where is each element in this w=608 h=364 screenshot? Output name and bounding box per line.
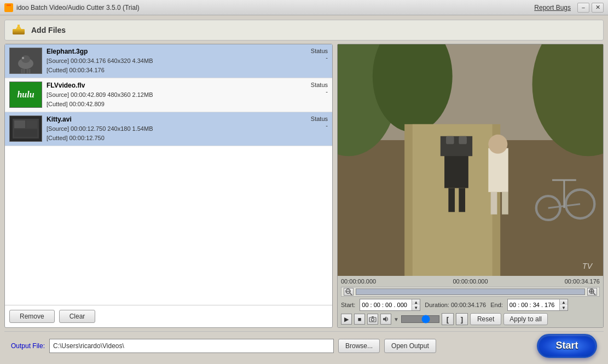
svg-rect-19 (14, 129, 37, 137)
file-meta-kitty: [Source] 00:00:12.750 240x180 1.54MB[Cut… (47, 124, 291, 142)
file-name-kitty: Kitty.avi (47, 115, 291, 123)
timeline-bar-inner (341, 288, 599, 296)
file-thumb-elephant (9, 48, 42, 74)
start-button[interactable]: Start (537, 334, 597, 358)
start-time-down[interactable]: ▼ (412, 305, 420, 310)
volume-slider[interactable] (401, 315, 439, 323)
svg-rect-4 (13, 29, 25, 34)
app-title: idoo Batch Video/Audio Cutter 3.5.0 (Tri… (16, 4, 140, 11)
file-status-elephant: Status - (295, 48, 328, 61)
end-time-field[interactable] (508, 301, 559, 309)
timeline-track[interactable] (356, 288, 585, 295)
remove-button[interactable]: Remove (9, 310, 55, 323)
video-display: TV (338, 44, 603, 276)
snapshot-button[interactable] (367, 314, 378, 325)
end-time-down[interactable]: ▼ (560, 305, 568, 310)
status-value: - (295, 122, 328, 129)
file-name-flvvideo: FLVvideo.flv (47, 82, 291, 89)
apply-to-all-button[interactable]: Apply to all (503, 313, 548, 325)
start-time-up[interactable]: ▲ (412, 299, 420, 305)
file-status-flvvideo: Status - (295, 82, 328, 95)
content-row: Elephant.3gp [Source] 00:00:34.176 640x3… (4, 44, 604, 328)
browse-button[interactable]: Browse... (338, 339, 380, 353)
svg-rect-6 (18, 25, 20, 29)
report-bugs-link[interactable]: Report Bugs (534, 4, 571, 11)
file-meta-flvvideo: [Source] 00:00:42.809 480x360 2.12MB[Cut… (47, 90, 291, 108)
start-label: Start: (341, 302, 355, 308)
svg-line-45 (350, 293, 352, 295)
status-label: Status (295, 115, 328, 122)
file-list-buttons: Remove Clear (5, 305, 332, 327)
open-output-button[interactable]: Open Output (384, 339, 436, 353)
file-status-kitty: Status - (295, 115, 328, 129)
file-item-flvvideo[interactable]: hulu FLVvideo.flv [Source] 00:00:42.809 … (5, 78, 332, 112)
add-files-bar[interactable]: Add Files (4, 20, 604, 41)
svg-point-52 (372, 319, 374, 321)
svg-point-10 (22, 57, 24, 59)
end-time-input[interactable]: ▲ ▼ (507, 299, 568, 311)
time-mid-label: 00:00:00.000 (453, 278, 488, 285)
mark-out-button[interactable]: ] (456, 313, 468, 325)
add-files-icon (11, 24, 26, 37)
title-bar-right: Report Bugs − ✕ (534, 3, 604, 13)
file-item-elephant[interactable]: Elephant.3gp [Source] 00:00:34.176 640x3… (5, 44, 332, 78)
svg-rect-43 (338, 44, 603, 276)
playback-controls: ▶ ■ ▼ (341, 313, 600, 325)
status-label: Status (295, 82, 328, 88)
close-button[interactable]: ✕ (592, 3, 604, 13)
end-time-up[interactable]: ▲ (560, 299, 568, 305)
start-time-input[interactable]: ▲ ▼ (360, 299, 420, 311)
file-item-kitty[interactable]: Kitty.avi [Source] 00:00:12.750 240x180 … (5, 112, 332, 146)
file-thumb-kitty (9, 115, 42, 142)
title-bar: idoo Batch Video/Audio Cutter 3.5.0 (Tri… (0, 0, 608, 15)
file-info-flvvideo: FLVvideo.flv [Source] 00:00:42.809 480x3… (47, 82, 291, 108)
minimize-button[interactable]: − (577, 3, 589, 13)
file-name-elephant: Elephant.3gp (47, 48, 291, 55)
file-list: Elephant.3gp [Source] 00:00:34.176 640x3… (5, 44, 332, 305)
mark-in-button[interactable]: [ (442, 313, 454, 325)
timeline-bar (341, 287, 600, 297)
file-thumb-flvvideo: hulu (9, 82, 42, 108)
file-info-elephant: Elephant.3gp [Source] 00:00:34.176 640x3… (47, 48, 291, 74)
time-end-label: 00:00:34.176 (565, 278, 600, 285)
svg-point-9 (21, 55, 30, 63)
add-files-label: Add Files (31, 26, 66, 34)
svg-marker-54 (383, 316, 386, 322)
status-value: - (295, 54, 328, 61)
clear-button[interactable]: Clear (59, 310, 96, 323)
time-start-label: 00:00:00.000 (341, 278, 376, 285)
svg-line-48 (593, 293, 595, 295)
stop-button[interactable]: ■ (354, 314, 365, 325)
svg-rect-2 (7, 4, 11, 6)
svg-rect-18 (26, 120, 37, 128)
start-time-field[interactable] (360, 301, 412, 309)
timeline-timestamps: 00:00:00.000 00:00:00.000 00:00:34.176 (341, 278, 600, 285)
file-list-panel: Elephant.3gp [Source] 00:00:34.176 640x3… (4, 44, 333, 328)
svg-rect-53 (372, 316, 374, 317)
video-controls-panel: 00:00:00.000 00:00:00.000 00:00:34.176 (338, 276, 603, 327)
end-label: End: (490, 302, 503, 308)
reset-button[interactable]: Reset (470, 313, 501, 325)
status-value: - (295, 88, 328, 95)
title-bar-left: idoo Batch Video/Audio Cutter 3.5.0 (Tri… (4, 3, 140, 12)
output-file-label: Output File: (11, 342, 45, 350)
zoom-out-button[interactable] (344, 288, 354, 296)
volume-button[interactable] (380, 314, 391, 325)
app-icon (4, 3, 13, 12)
file-meta-elephant: [Source] 00:00:34.176 640x320 4.34MB[Cut… (47, 56, 291, 74)
svg-rect-17 (14, 120, 25, 128)
file-info-kitty: Kitty.avi [Source] 00:00:12.750 240x180 … (47, 115, 291, 142)
video-panel: TV 00:00:00.000 00:00:00.000 00:00:34.17… (337, 44, 604, 328)
main-area: Add Files (0, 15, 608, 364)
bottom-bar: Output File: Browse... Open Output Start (4, 331, 604, 360)
volume-icon-down: ▼ (393, 316, 399, 322)
video-frame: TV (338, 44, 603, 276)
zoom-in-button[interactable] (587, 288, 597, 296)
duration-label: Duration: 00:00:34.176 (425, 302, 486, 308)
status-label: Status (295, 48, 328, 54)
output-path-input[interactable] (49, 339, 334, 353)
play-button[interactable]: ▶ (341, 314, 352, 325)
